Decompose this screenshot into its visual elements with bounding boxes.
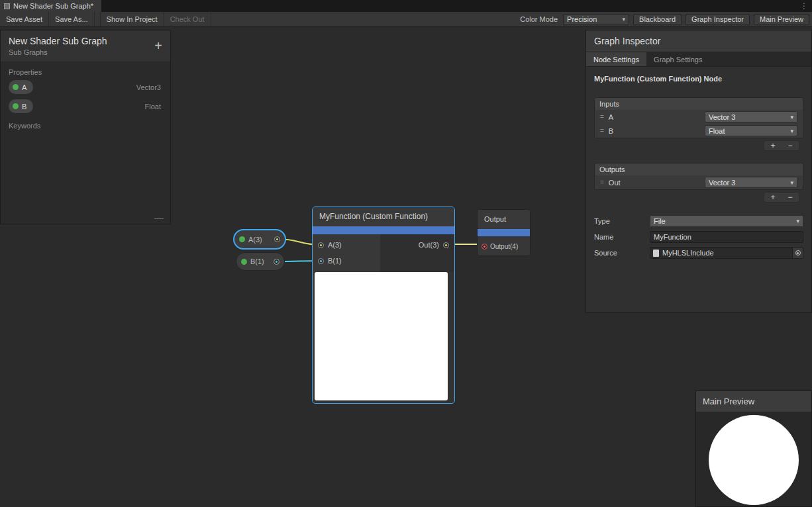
property-pill-a[interactable]: A <box>9 80 33 94</box>
input-name: B <box>609 127 613 135</box>
exposed-property-icon <box>241 259 247 265</box>
source-object-name: MyHLSLInclude <box>662 249 714 257</box>
source-label: Source <box>594 249 650 257</box>
name-label: Name <box>594 233 650 241</box>
property-node-a[interactable]: A(3) <box>233 229 286 250</box>
exposed-property-icon <box>13 103 19 109</box>
source-object-field[interactable]: MyHLSLInclude <box>650 247 803 259</box>
dropdown-value: Float <box>709 127 725 135</box>
blackboard-title: New Shader Sub Graph <box>9 36 162 46</box>
add-input-button[interactable]: + <box>764 141 782 150</box>
drag-handle-icon[interactable]: = <box>600 113 604 120</box>
custom-function-node[interactable]: MyFunction (Custom Function) A(3) B(1) O… <box>312 207 455 404</box>
output-port-label: Out(3) <box>419 241 439 249</box>
node-input-ports: A(3) B(1) <box>313 234 380 272</box>
color-mode-label: Color Mode <box>520 15 559 23</box>
name-field-row: Name <box>594 229 803 245</box>
input-row-a[interactable]: = A Vector 3 ▾ <box>595 110 803 124</box>
chevron-down-icon: ▾ <box>796 218 799 224</box>
add-property-button[interactable]: + <box>154 39 162 52</box>
chevron-down-icon: ▾ <box>790 114 793 120</box>
node-accent-strip <box>313 226 454 234</box>
object-picker-button[interactable] <box>792 248 803 258</box>
outputs-list-footer: + − <box>586 192 799 203</box>
source-field-row: Source MyHLSLInclude <box>594 245 803 261</box>
inputs-list: Inputs = A Vector 3 ▾ = B Float ▾ <box>594 97 803 138</box>
property-name: B <box>22 103 26 111</box>
type-dropdown[interactable]: File ▾ <box>650 215 803 227</box>
dropdown-value: Vector 3 <box>709 113 735 121</box>
tab-graph-settings[interactable]: Graph Settings <box>646 52 709 66</box>
main-preview-viewport[interactable] <box>696 412 811 506</box>
node-accent-strip <box>478 229 530 236</box>
property-pill-b[interactable]: B <box>9 99 33 113</box>
preview-sphere <box>709 415 799 505</box>
property-node-label: B(1) <box>250 257 264 265</box>
output-node[interactable]: Output Output(4) <box>477 209 531 256</box>
input-port-label: Output(4) <box>490 243 518 250</box>
save-asset-button[interactable]: Save Asset <box>0 12 49 26</box>
output-port-a[interactable] <box>274 236 280 242</box>
node-title: MyFunction (Custom Function) <box>313 207 454 226</box>
input-port-output[interactable] <box>482 244 487 250</box>
check-out-button: Check Out <box>164 12 211 26</box>
inputs-list-footer: + − <box>586 140 799 151</box>
add-output-button[interactable]: + <box>764 193 782 202</box>
outputs-list: Outputs = Out Vector 3 ▾ <box>594 163 803 190</box>
tab-node-settings[interactable]: Node Settings <box>586 52 646 66</box>
dropdown-value: File <box>654 217 666 225</box>
tab-new-shader-sub-graph[interactable]: New Shader Sub Graph* <box>0 0 101 12</box>
object-picker-icon <box>795 250 801 255</box>
property-name: A <box>22 83 26 91</box>
dropdown-value: Vector 3 <box>709 179 735 187</box>
input-row-b[interactable]: = B Float ▾ <box>595 124 803 138</box>
tab-title: New Shader Sub Graph* <box>13 2 93 10</box>
input-port-label: B(1) <box>328 257 342 265</box>
input-port-a[interactable] <box>318 242 324 248</box>
type-field-row: Type File ▾ <box>594 213 803 229</box>
output-row-out[interactable]: = Out Vector 3 ▾ <box>595 175 803 189</box>
shader-graph-toolbar: Save Asset Save As... Show In Project Ch… <box>0 12 812 27</box>
graph-inspector-toggle-button[interactable]: Graph Inspector <box>685 14 750 25</box>
save-as-button[interactable]: Save As... <box>49 12 95 26</box>
remove-input-button[interactable]: − <box>782 141 799 150</box>
property-type-label: Vector3 <box>136 83 161 91</box>
blackboard-property-row: A Vector3 <box>1 77 170 97</box>
window-menu-icon[interactable]: ⋮ <box>796 0 812 12</box>
input-type-dropdown-b[interactable]: Float ▾ <box>705 125 797 136</box>
node-preview-surface <box>315 272 448 400</box>
properties-section-label: Properties <box>9 68 170 76</box>
panel-resize-handle[interactable] <box>154 218 164 219</box>
blackboard-property-row: B Float <box>1 97 170 116</box>
exposed-property-icon <box>239 236 245 242</box>
show-in-project-button[interactable]: Show In Project <box>100 12 164 26</box>
outputs-list-header: Outputs <box>595 163 803 175</box>
precision-dropdown-value: Precision <box>567 15 597 23</box>
unity-asset-icon <box>4 3 10 9</box>
type-label: Type <box>594 217 650 225</box>
input-type-dropdown-a[interactable]: Vector 3 ▾ <box>705 111 797 122</box>
chevron-down-icon: ▾ <box>623 16 626 23</box>
name-field[interactable] <box>650 231 803 243</box>
remove-output-button[interactable]: − <box>782 193 799 202</box>
exposed-property-icon <box>13 84 19 90</box>
property-node-b[interactable]: B(1) <box>236 252 285 271</box>
chevron-down-icon: ▾ <box>790 128 793 134</box>
output-port-out[interactable] <box>443 242 449 248</box>
property-node-label: A(3) <box>248 236 262 244</box>
drag-handle-icon[interactable]: = <box>600 127 604 134</box>
main-preview-toggle-button[interactable]: Main Preview <box>754 14 809 25</box>
precision-dropdown[interactable]: Precision ▾ <box>563 14 629 25</box>
output-type-dropdown-out[interactable]: Vector 3 ▾ <box>705 177 797 188</box>
input-port-b[interactable] <box>318 258 324 264</box>
blackboard-toggle-button[interactable]: Blackboard <box>633 14 682 25</box>
keywords-section-label: Keywords <box>9 122 170 130</box>
blackboard-panel: New Shader Sub Graph Sub Graphs + Proper… <box>0 30 171 224</box>
drag-handle-icon[interactable]: = <box>600 179 604 186</box>
input-port-label: A(3) <box>328 241 342 249</box>
property-type-label: Float <box>145 103 161 111</box>
hlsl-file-icon <box>653 250 659 257</box>
output-port-b[interactable] <box>274 259 279 265</box>
main-preview-title: Main Preview <box>696 391 811 412</box>
function-fields: Type File ▾ Name Source MyHLSLInclude <box>594 213 803 261</box>
